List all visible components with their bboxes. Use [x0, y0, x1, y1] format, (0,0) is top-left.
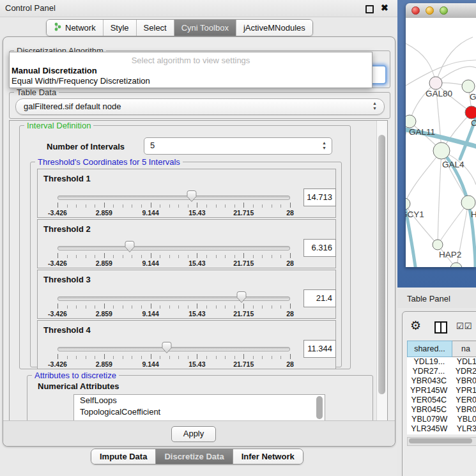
- node-label: GAL11: [409, 127, 435, 137]
- combobox-arrows-icon: ▲▼: [372, 101, 378, 111]
- threshold-3-slider[interactable]: -3.4262.8599.14415.4321.71528: [58, 289, 290, 318]
- slider-thumb[interactable]: [124, 240, 135, 253]
- gear-icon[interactable]: ⚙: [410, 319, 421, 332]
- tab-infer-network[interactable]: Infer Network: [233, 449, 303, 464]
- slider-track[interactable]: [58, 196, 290, 200]
- menu-item-equal-width-frequency[interactable]: Equal Width/Frequency Discretization: [12, 76, 150, 86]
- algorithm-dropdown-popup: Select algorithm to view settings Manual…: [9, 52, 372, 88]
- node-ga[interactable]: [462, 80, 475, 93]
- numerical-attributes-list[interactable]: SelfLoopsTopologicalCoefficientBetweenne…: [73, 394, 325, 422]
- slider-track[interactable]: [58, 296, 290, 301]
- table-row[interactable]: YBR045CYBR0: [407, 405, 476, 415]
- select-columns-icon[interactable]: ☑☑: [456, 321, 472, 331]
- table-row[interactable]: YBR043CYBR0: [407, 376, 476, 386]
- slider-ticks: [58, 303, 290, 309]
- spinner-arrows-icon[interactable]: ▲▼: [321, 141, 327, 151]
- table-panel-title: Table Panel: [407, 294, 450, 303]
- threshold-label: Threshold 1: [43, 174, 91, 183]
- column-header-shared-name[interactable]: shared...: [407, 341, 452, 357]
- slider-thumb[interactable]: [236, 291, 247, 303]
- apply-button[interactable]: Apply: [171, 426, 216, 442]
- group-label: Table Data: [14, 88, 59, 97]
- node-h[interactable]: [461, 196, 475, 210]
- threshold-4-value-field[interactable]: 11.344: [303, 340, 336, 358]
- slider-ticks: [58, 354, 290, 360]
- tab-impute-data[interactable]: Impute Data: [91, 449, 156, 464]
- tab-label: Cyni Toolbox: [181, 23, 229, 33]
- menu-item-manual-discretization[interactable]: Manual Discretization: [12, 66, 97, 75]
- tab-label: Network: [65, 23, 96, 33]
- threshold-1-slider[interactable]: -3.4262.8599.14415.4321.71528: [58, 188, 290, 217]
- network-window-titlebar: [406, 3, 476, 19]
- node-gal80[interactable]: [429, 77, 442, 89]
- slider-ticks: [58, 253, 290, 259]
- table-row[interactable]: YLR345WYLR3: [407, 424, 476, 434]
- table-row[interactable]: YIL052CYIL0: [407, 434, 476, 434]
- screen: Control Panel ✖ Network Style: [0, 0, 476, 476]
- tab-select[interactable]: Select: [137, 20, 174, 36]
- cyni-toolbox-panel: Discretization Algorithm Select algorith…: [3, 36, 395, 447]
- num-intervals-label: Number of Intervals: [47, 142, 125, 151]
- num-intervals-spinner[interactable]: 5 ▲▼: [144, 137, 332, 155]
- node-label: GA: [470, 92, 476, 102]
- list-scrollbar-thumb[interactable]: [316, 396, 323, 419]
- threshold-2-value-field[interactable]: 6.316: [303, 239, 336, 257]
- control-panel: Control Panel ✖ Network Style: [0, 0, 397, 476]
- node-label: GCY1: [406, 210, 424, 219]
- list-item[interactable]: SelfLoops: [74, 395, 325, 406]
- network-canvas[interactable]: GAL80 GA C GAL11 GAL4 GCY1 H HAP2: [406, 18, 476, 267]
- table-row[interactable]: YPR145WYPR1: [407, 386, 476, 395]
- node-gal11[interactable]: [406, 115, 416, 128]
- group-label: Attributes to discretize: [32, 371, 119, 380]
- control-panel-titlebar: Control Panel ✖: [0, 0, 397, 17]
- scrollbar-thumb[interactable]: [378, 135, 385, 394]
- slider-tick-labels: -3.4262.8599.14415.4321.71528: [58, 209, 290, 217]
- slider-tick-labels: -3.4262.8599.14415.4321.71528: [58, 259, 290, 267]
- top-tab-bar: Network Style Select Cyni Toolbox jActiv…: [46, 19, 313, 36]
- group-label: Threshold's Coordinates for 5 Intervals: [35, 157, 183, 167]
- threshold-label: Threshold 2: [43, 224, 91, 234]
- split-columns-icon[interactable]: [434, 321, 447, 334]
- tab-network[interactable]: Network: [47, 20, 104, 36]
- threshold-3-value-field[interactable]: 21.4: [303, 289, 336, 307]
- threshold-2-slider[interactable]: -3.4262.8599.14415.4321.71528: [58, 239, 290, 267]
- table-data-combobox[interactable]: galFiltered.sif default node ▲▼: [15, 98, 385, 115]
- column-header-name[interactable]: na: [452, 341, 476, 357]
- slider-thumb[interactable]: [186, 190, 197, 203]
- group-label: Interval Definition: [24, 121, 93, 130]
- node-highlighted-red[interactable]: [465, 106, 476, 119]
- slider-thumb[interactable]: [161, 341, 173, 354]
- slider-track[interactable]: [58, 347, 290, 351]
- node-gcy1[interactable]: [406, 198, 410, 210]
- apply-bar: Apply: [3, 420, 395, 446]
- tab-cyni-toolbox[interactable]: Cyni Toolbox: [174, 20, 236, 36]
- tab-label: Style: [111, 23, 129, 33]
- close-traffic-light[interactable]: [411, 6, 420, 15]
- table-row[interactable]: YER054CYER0: [407, 395, 476, 405]
- threshold-label: Threshold 4: [43, 325, 91, 335]
- table-horizontal-scrollbar[interactable]: [407, 437, 476, 446]
- table-row[interactable]: YBL079WYBL0: [407, 415, 476, 424]
- table-row[interactable]: YDR27...YDR2: [407, 367, 476, 376]
- zoom-traffic-light[interactable]: [440, 6, 448, 15]
- node-hap2[interactable]: [433, 240, 443, 250]
- node-label: C: [471, 118, 476, 128]
- node-label: HAP2: [439, 250, 461, 259]
- float-window-icon[interactable]: [365, 5, 374, 13]
- close-icon[interactable]: ✖: [381, 3, 388, 13]
- threshold-4-slider[interactable]: -3.4262.8599.14415.4321.71528: [58, 340, 290, 368]
- list-item[interactable]: TopologicalCoefficient: [74, 406, 325, 418]
- panel-title: Control Panel: [5, 3, 56, 13]
- node-label: GAL80: [426, 89, 452, 98]
- tab-style[interactable]: Style: [104, 20, 137, 36]
- scrollbar-thumb[interactable]: [409, 438, 472, 443]
- settings-vertical-scrollbar[interactable]: [376, 121, 387, 421]
- tab-jactivemnodules[interactable]: jActiveMNodules: [236, 20, 312, 36]
- threshold-1-value-field[interactable]: 14.713: [303, 188, 336, 206]
- node-gal4[interactable]: [433, 142, 450, 159]
- tab-discretize-data[interactable]: Discretize Data: [156, 449, 233, 464]
- table-row[interactable]: YDL19...YDL1: [407, 357, 476, 367]
- slider-track[interactable]: [58, 246, 290, 250]
- combobox-value: galFiltered.sif default node: [24, 102, 121, 111]
- minimize-traffic-light[interactable]: [426, 6, 434, 15]
